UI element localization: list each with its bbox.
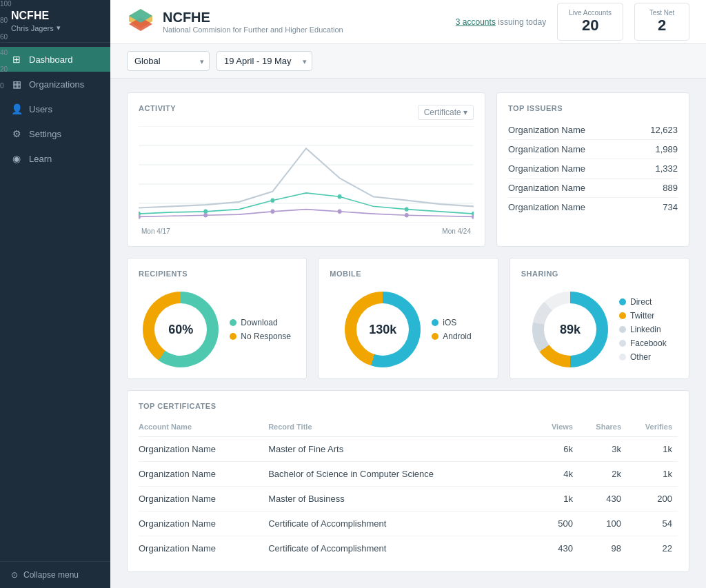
legend-item-android: Android — [432, 332, 471, 341]
mobile-chart: 130k iOS Android — [330, 292, 486, 367]
issuer-row: Organization Name 734 — [508, 198, 678, 216]
sidebar-item-organizations[interactable]: ▦ Organizations — [0, 72, 110, 97]
cell-account: Organization Name — [139, 511, 268, 536]
no-response-dot — [230, 333, 236, 340]
donut-hole: 60% — [154, 303, 207, 356]
recipients-donut: 60% — [143, 292, 219, 367]
cell-views: 500 — [536, 511, 578, 536]
accounts-issuing-link[interactable]: 3 accounts — [456, 17, 496, 27]
legend-item-facebook: Facebook — [619, 338, 667, 348]
sidebar-user[interactable]: Chris Jagers ▾ — [11, 23, 99, 32]
download-dot — [230, 319, 236, 326]
top-certificates-title: TOP CERTIFICATES — [139, 402, 678, 410]
legend-item-twitter: Twitter — [619, 311, 667, 321]
donut-ring: 89k — [532, 292, 608, 367]
test-net-value: 2 — [646, 17, 678, 34]
cell-account: Organization Name — [139, 462, 268, 487]
table-row: Organization Name Certificate of Accompl… — [139, 511, 678, 536]
issuer-row: Organization Name 1,989 — [508, 140, 678, 159]
table-row: Organization Name Master of Business 1k … — [139, 487, 678, 511]
sidebar-item-dashboard[interactable]: ⊞ Dashboard — [0, 47, 110, 72]
learn-icon: ◉ — [11, 153, 22, 164]
cell-record: Certificate of Accomplishment — [268, 511, 536, 536]
cell-verifies: 54 — [627, 511, 678, 536]
chart-area: Mon 4/17 Mon 4/24 — [139, 126, 474, 235]
cert-dropdown-label: Certificate — [424, 108, 461, 117]
date-range-select-wrapper: 19 April - 19 May — [216, 51, 312, 71]
legend-label: Linkedin — [630, 325, 661, 334]
table-row: Organization Name Certificate of Accompl… — [139, 536, 678, 561]
collapse-menu-button[interactable]: ⊙ Collapse menu — [0, 561, 110, 588]
sidebar-header: NCFHE Chris Jagers ▾ — [0, 0, 110, 43]
legend-item-other: Other — [619, 352, 667, 362]
legend-label: No Response — [241, 332, 291, 341]
issuer-row: Organization Name 889 — [508, 179, 678, 198]
svg-point-16 — [203, 213, 208, 217]
sharing-title: SHARING — [521, 270, 558, 278]
live-accounts-value: 20 — [569, 17, 612, 34]
mobile-donut: 130k — [345, 292, 421, 367]
logo — [127, 8, 154, 36]
cell-views: 4k — [536, 462, 578, 487]
row-1: ACTIVITY Certificate ▾ 100 80 60 40 20 0 — [127, 92, 689, 247]
recipients-value: 60% — [168, 323, 193, 337]
chevron-down-icon: ▾ — [57, 23, 61, 32]
date-range-select[interactable]: 19 April - 19 May — [216, 51, 312, 71]
cell-record: Certificate of Accomplishment — [268, 536, 536, 561]
svg-point-19 — [405, 213, 409, 217]
cell-shares: 100 — [578, 511, 627, 536]
certificate-dropdown[interactable]: Certificate ▾ — [418, 105, 474, 120]
donut-ring: 130k — [345, 292, 421, 367]
sidebar-item-label: Learn — [29, 154, 52, 164]
sharing-card: SHARING 89k Direct — [510, 258, 689, 379]
cell-shares: 3k — [578, 437, 627, 462]
svg-point-17 — [270, 210, 274, 214]
legend-item-no-response: No Response — [230, 332, 291, 341]
main-area: NCFHE National Commision for Further and… — [110, 0, 706, 588]
cell-account: Organization Name — [139, 536, 268, 561]
sharing-chart: 89k Direct Twitter — [521, 292, 678, 367]
org-subtitle: National Commision for Further and Highe… — [163, 26, 343, 34]
activity-chart — [139, 126, 474, 223]
activity-card: ACTIVITY Certificate ▾ 100 80 60 40 20 0 — [127, 92, 485, 247]
issuer-row: Organization Name 1,332 — [508, 159, 678, 179]
cell-shares: 98 — [578, 536, 627, 561]
col-shares: Shares — [578, 418, 627, 437]
legend-item-ios: iOS — [432, 318, 471, 327]
svg-point-18 — [338, 210, 342, 214]
certificates-table-body: Organization Name Master of Fine Arts 6k… — [139, 437, 678, 561]
top-certificates-card: TOP CERTIFICATES Account Name Record Tit… — [127, 390, 689, 572]
sidebar: NCFHE Chris Jagers ▾ ⊞ Dashboard ▦ Organ… — [0, 0, 110, 588]
donut-hole: 89k — [544, 303, 596, 356]
top-issuers-title: TOP ISSUERS — [508, 104, 678, 112]
issuers-list: Organization Name 12,623 Organization Na… — [508, 121, 678, 216]
other-dot — [619, 354, 626, 361]
direct-dot — [619, 298, 626, 305]
legend-item-download: Download — [230, 318, 291, 327]
cell-record: Bachelor of Science in Computer Science — [268, 462, 536, 487]
recipients-legend: Download No Response — [230, 318, 291, 341]
recipients-chart: 60% Download No Response — [139, 292, 295, 367]
donut-hole: 130k — [356, 303, 409, 356]
sidebar-nav: ⊞ Dashboard ▦ Organizations 👤 Users ⚙ Se… — [0, 43, 110, 561]
mobile-title: MOBILE — [330, 270, 361, 278]
recipients-title: RECIPIENTS — [139, 270, 188, 278]
legend-label: Other — [630, 352, 651, 362]
accounts-issuing-suffix: issuing today — [496, 17, 546, 27]
sidebar-item-learn[interactable]: ◉ Learn — [0, 146, 110, 171]
col-verifies: Verifies — [627, 418, 678, 437]
svg-point-11 — [270, 198, 274, 202]
sidebar-item-settings[interactable]: ⚙ Settings — [0, 121, 110, 146]
legend-label: iOS — [443, 318, 456, 327]
table-row: Organization Name Master of Fine Arts 6k… — [139, 437, 678, 462]
legend-label: Download — [241, 318, 277, 327]
cell-views: 430 — [536, 536, 578, 561]
region-select[interactable]: Global — [127, 51, 210, 71]
cell-views: 1k — [536, 487, 578, 511]
mobile-value: 130k — [369, 323, 396, 337]
users-icon: 👤 — [11, 103, 22, 114]
sidebar-item-users[interactable]: 👤 Users — [0, 97, 110, 121]
topbar: NCFHE National Commision for Further and… — [110, 0, 706, 44]
cell-views: 6k — [536, 437, 578, 462]
legend-item-direct: Direct — [619, 297, 667, 307]
